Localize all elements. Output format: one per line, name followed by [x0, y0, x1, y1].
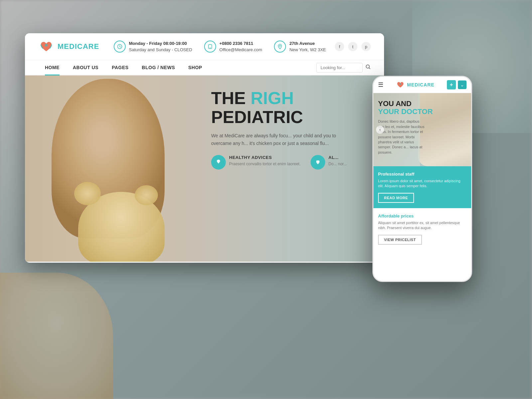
mobile-plus-button[interactable]: +: [447, 80, 456, 89]
mobile-pricing-section: Affordable prices Aliquam sit amet portt…: [373, 208, 471, 250]
svg-point-4: [279, 45, 281, 47]
hero-title: THE RIGH PEDIATRIC: [211, 89, 371, 127]
site-header: MEDICARE Monday - Friday 08:00-19:00 Sat…: [25, 33, 384, 60]
feature-alt: AL... Do... nor...: [311, 155, 347, 170]
location-text: 27th Avenue New York, W2 3XE: [289, 40, 326, 53]
heart-hands-icon: [38, 39, 54, 55]
hero-section: THE RIGH PEDIATRIC We at MediCare are al…: [25, 75, 384, 262]
twitter-icon[interactable]: t: [348, 42, 357, 51]
mobile-pricing-title: Affordable prices: [378, 213, 466, 218]
mobile-chevron-button[interactable]: ⌄: [458, 80, 466, 89]
mobile-header-actions: + ⌄: [447, 80, 466, 89]
mobile-professional-text: Lorem ipsum dolor sit amet, consectetur …: [378, 179, 466, 189]
mobile-heart-hands-icon: [396, 80, 405, 89]
logo-text: MEDICARE: [58, 42, 99, 51]
phone-icon: [204, 41, 216, 53]
mobile-pricelist-button[interactable]: VIEW PRICELIST: [378, 235, 422, 245]
mobile-read-more-button[interactable]: READ MORE: [378, 193, 414, 203]
search-input[interactable]: [316, 63, 363, 72]
mobile-pricing-text: Aliquam sit amet porttitor ex, sit amet …: [378, 220, 466, 231]
mobile-hero-title: YOU AND YOUR DOCTOR: [378, 100, 433, 116]
search-button[interactable]: [365, 64, 371, 71]
mobile-professional-title: Professional staff: [378, 172, 466, 177]
hero-content: THE RIGH PEDIATRIC We at MediCare are al…: [211, 89, 371, 170]
healthy-icon: [211, 155, 226, 170]
hero-subtitle: We at MediCare are always fully focu... …: [211, 132, 351, 147]
social-links: f t p: [335, 42, 371, 51]
hours-info: Monday - Friday 08:00-19:00 Saturday and…: [114, 40, 192, 53]
nav-links: HOME ABOUT US PAGES BLOG / NEWS SHOP: [38, 60, 316, 75]
desktop-browser-mockup: MEDICARE Monday - Friday 08:00-19:00 Sat…: [25, 33, 384, 263]
svg-rect-3: [209, 48, 210, 48]
hours-text: Monday - Friday 08:00-19:00 Saturday and…: [129, 40, 192, 53]
mobile-hero-body: Donec libero dui, dapibus non leo et, mo…: [378, 119, 425, 155]
logo-area[interactable]: MEDICARE: [38, 39, 105, 55]
nav-item-home[interactable]: HOME: [38, 60, 66, 75]
mobile-prev-button[interactable]: ‹: [376, 126, 384, 134]
nav-item-about[interactable]: ABOUT US: [66, 60, 105, 75]
header-info: Monday - Friday 08:00-19:00 Saturday and…: [105, 40, 335, 53]
mobile-hero-image: YOU AND YOUR DOCTOR Donec libero dui, da…: [373, 93, 471, 166]
nav-item-pages[interactable]: PAGES: [105, 60, 135, 75]
feature-healthy-text: HEALTHY ADVICES Praesent convallis torto…: [229, 155, 301, 167]
location-info: 27th Avenue New York, W2 3XE: [274, 40, 326, 53]
mobile-header: ☰ MEDICARE + ⌄: [373, 77, 471, 93]
mobile-browser-mockup: ☰ MEDICARE + ⌄ YOU AND YOUR DOCTOR Donec…: [372, 76, 472, 282]
site-nav: HOME ABOUT US PAGES BLOG / NEWS SHOP: [25, 60, 384, 75]
phone-info: +0800 2336 7811 Office@Medicare.com: [204, 40, 262, 53]
facebook-icon[interactable]: f: [335, 42, 344, 51]
pinterest-icon[interactable]: p: [361, 42, 371, 51]
mobile-professional-section: Professional staff Lorem ipsum dolor sit…: [373, 166, 471, 208]
clock-icon: [114, 41, 126, 53]
alt-feature-icon: [311, 155, 325, 170]
bg-decoration-left: [0, 273, 113, 399]
nav-item-shop[interactable]: SHOP: [182, 60, 209, 75]
nav-search: [316, 63, 371, 72]
feature-alt-text: AL... Do... nor...: [329, 155, 347, 167]
mobile-hero-text: YOU AND YOUR DOCTOR Donec libero dui, da…: [378, 100, 433, 155]
location-icon: [274, 41, 286, 53]
svg-point-0: [45, 44, 48, 47]
hero-title-highlight: RIGH: [250, 88, 294, 108]
mobile-logo[interactable]: MEDICARE: [396, 80, 435, 89]
phone-text: +0800 2336 7811 Office@Medicare.com: [219, 40, 262, 53]
nav-item-blog[interactable]: BLOG / NEWS: [135, 60, 182, 75]
feature-healthy: HEALTHY ADVICES Praesent convallis torto…: [211, 155, 301, 170]
svg-point-6: [218, 160, 219, 162]
mobile-logo-text: MEDICARE: [407, 82, 435, 87]
hero-features: HEALTHY ADVICES Praesent convallis torto…: [211, 155, 371, 170]
hamburger-icon[interactable]: ☰: [378, 81, 383, 88]
svg-point-7: [400, 83, 401, 85]
hero-girl-area: [45, 75, 171, 262]
